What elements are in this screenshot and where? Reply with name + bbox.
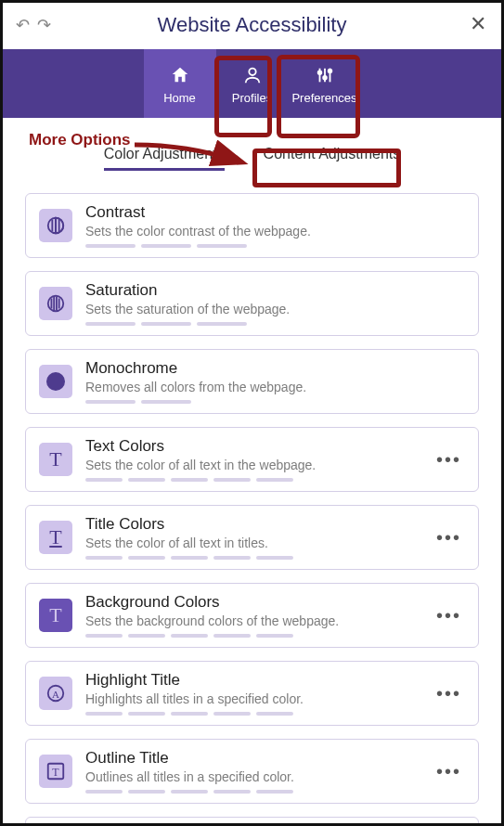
svg-point-0 — [249, 68, 255, 74]
nav-profiles[interactable]: Profiles — [216, 49, 289, 118]
home-icon — [168, 63, 192, 87]
nav-preferences-label: Preferences — [291, 91, 356, 105]
card-title: Outline Title — [85, 749, 420, 768]
card-highlight-link[interactable]: Highlight Link Highlights all links in a… — [25, 817, 479, 826]
card-title: Highlight Title — [85, 671, 420, 690]
svg-point-16 — [46, 372, 65, 391]
card-monochrome[interactable]: Monochrome Removes all colors from the w… — [25, 349, 479, 414]
card-desc: Sets the color of all text in the webpag… — [85, 458, 420, 472]
card-title: Text Colors — [85, 437, 420, 456]
card-desc: Highlights all titles in a specified col… — [85, 691, 420, 706]
card-desc: Removes all colors from the webpage. — [85, 380, 465, 394]
card-saturation[interactable]: Saturation Sets the saturation of the we… — [25, 271, 479, 336]
more-button[interactable]: ••• — [433, 761, 465, 782]
profile-icon — [240, 63, 265, 87]
highlight-title-icon: A — [39, 677, 72, 710]
contrast-icon — [39, 209, 72, 242]
card-background-colors[interactable]: T Background Colors Sets the background … — [25, 583, 479, 648]
card-text-colors[interactable]: T Text Colors Sets the color of all text… — [25, 427, 479, 492]
redo-button[interactable]: ↷ — [37, 15, 51, 35]
main-nav: Home Profiles Preferences — [3, 49, 501, 118]
saturation-icon — [39, 287, 72, 320]
outline-title-icon: T — [39, 755, 72, 788]
svg-text:A: A — [52, 689, 59, 700]
card-contrast[interactable]: Contrast Sets the color contrast of the … — [25, 193, 479, 258]
tab-content-adjustments[interactable]: Content Adjustments — [264, 146, 401, 171]
annotation-label: More Options — [29, 131, 131, 149]
monochrome-icon — [39, 365, 72, 398]
card-desc: Sets the color contrast of the webpage. — [85, 224, 465, 239]
card-title: Saturation — [85, 281, 465, 300]
more-button[interactable]: ••• — [433, 449, 465, 471]
tab-color-adjustments[interactable]: Color Adjustments — [104, 146, 225, 171]
preferences-icon — [313, 63, 337, 87]
close-button[interactable]: ✕ — [470, 12, 486, 36]
undo-button[interactable]: ↶ — [16, 15, 30, 35]
page-title: Website Accessibility — [3, 13, 501, 37]
card-desc: Outlines all titles in a specified color… — [85, 769, 420, 784]
card-title-colors[interactable]: T Title Colors Sets the color of all tex… — [25, 505, 479, 570]
card-desc: Sets the color of all text in titles. — [85, 536, 420, 550]
more-button[interactable]: ••• — [433, 683, 465, 704]
more-button[interactable]: ••• — [433, 527, 465, 549]
card-outline-title[interactable]: T Outline Title Outlines all titles in a… — [25, 739, 479, 804]
svg-point-5 — [323, 75, 327, 79]
adjustment-list: Contrast Sets the color contrast of the … — [3, 171, 501, 826]
card-desc: Sets the saturation of the webpage. — [85, 302, 465, 316]
background-colors-icon: T — [39, 599, 72, 632]
nav-home-label: Home — [163, 91, 196, 105]
card-title: Monochrome — [85, 359, 465, 378]
card-highlight-title[interactable]: A Highlight Title Highlights all titles … — [25, 661, 479, 726]
card-desc: Sets the background colors of the webpag… — [85, 613, 420, 628]
nav-profiles-label: Profiles — [232, 91, 272, 105]
text-colors-icon: T — [39, 443, 72, 476]
card-title: Title Colors — [85, 515, 420, 534]
more-button[interactable]: ••• — [433, 605, 465, 626]
svg-point-4 — [317, 71, 321, 74]
card-title: Background Colors — [85, 593, 420, 612]
svg-point-6 — [328, 69, 331, 72]
svg-text:T: T — [52, 766, 59, 779]
card-title: Contrast — [85, 203, 465, 222]
nav-preferences[interactable]: Preferences — [289, 49, 361, 118]
nav-home[interactable]: Home — [144, 49, 216, 118]
title-colors-icon: T — [39, 521, 72, 554]
